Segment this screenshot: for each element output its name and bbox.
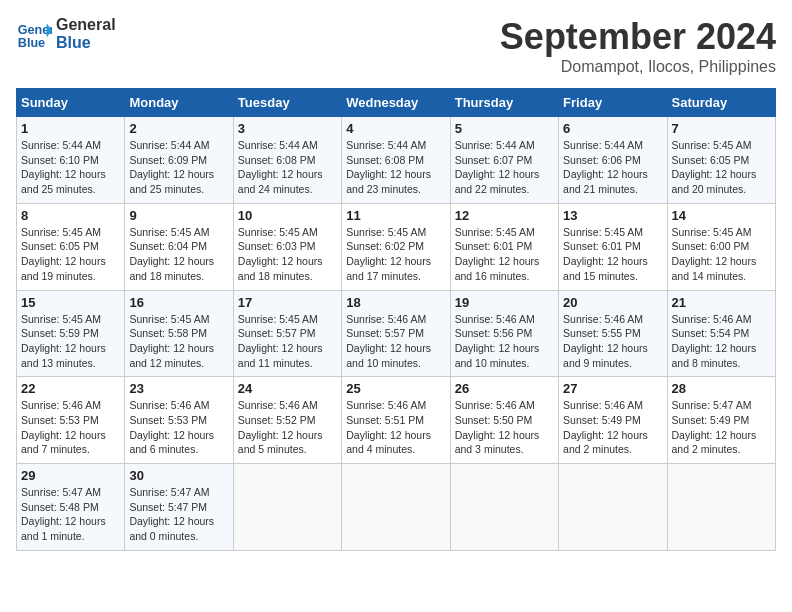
header-tuesday: Tuesday — [233, 89, 341, 117]
header-thursday: Thursday — [450, 89, 558, 117]
day-info: Sunrise: 5:46 AM Sunset: 5:51 PM Dayligh… — [346, 398, 445, 457]
day-number: 15 — [21, 295, 120, 310]
day-info: Sunrise: 5:47 AM Sunset: 5:47 PM Dayligh… — [129, 485, 228, 544]
day-info: Sunrise: 5:44 AM Sunset: 6:09 PM Dayligh… — [129, 138, 228, 197]
header-monday: Monday — [125, 89, 233, 117]
table-row: 26Sunrise: 5:46 AM Sunset: 5:50 PM Dayli… — [450, 377, 558, 464]
table-row: 25Sunrise: 5:46 AM Sunset: 5:51 PM Dayli… — [342, 377, 450, 464]
day-number: 16 — [129, 295, 228, 310]
table-row — [667, 464, 775, 551]
day-number: 20 — [563, 295, 662, 310]
day-number: 13 — [563, 208, 662, 223]
table-row: 14Sunrise: 5:45 AM Sunset: 6:00 PM Dayli… — [667, 203, 775, 290]
day-info: Sunrise: 5:47 AM Sunset: 5:48 PM Dayligh… — [21, 485, 120, 544]
day-number: 21 — [672, 295, 771, 310]
day-number: 9 — [129, 208, 228, 223]
day-info: Sunrise: 5:46 AM Sunset: 5:54 PM Dayligh… — [672, 312, 771, 371]
day-info: Sunrise: 5:44 AM Sunset: 6:08 PM Dayligh… — [238, 138, 337, 197]
day-number: 29 — [21, 468, 120, 483]
day-info: Sunrise: 5:45 AM Sunset: 6:05 PM Dayligh… — [672, 138, 771, 197]
table-row: 29Sunrise: 5:47 AM Sunset: 5:48 PM Dayli… — [17, 464, 125, 551]
week-row-1: 1Sunrise: 5:44 AM Sunset: 6:10 PM Daylig… — [17, 117, 776, 204]
week-row-2: 8Sunrise: 5:45 AM Sunset: 6:05 PM Daylig… — [17, 203, 776, 290]
day-number: 23 — [129, 381, 228, 396]
day-info: Sunrise: 5:45 AM Sunset: 6:01 PM Dayligh… — [455, 225, 554, 284]
logo-icon: General Blue — [16, 16, 52, 52]
table-row: 28Sunrise: 5:47 AM Sunset: 5:49 PM Dayli… — [667, 377, 775, 464]
day-info: Sunrise: 5:46 AM Sunset: 5:50 PM Dayligh… — [455, 398, 554, 457]
week-row-4: 22Sunrise: 5:46 AM Sunset: 5:53 PM Dayli… — [17, 377, 776, 464]
day-info: Sunrise: 5:45 AM Sunset: 6:01 PM Dayligh… — [563, 225, 662, 284]
day-number: 2 — [129, 121, 228, 136]
day-info: Sunrise: 5:46 AM Sunset: 5:49 PM Dayligh… — [563, 398, 662, 457]
title-area: September 2024 Domampot, Ilocos, Philipp… — [500, 16, 776, 76]
table-row: 18Sunrise: 5:46 AM Sunset: 5:57 PM Dayli… — [342, 290, 450, 377]
week-row-5: 29Sunrise: 5:47 AM Sunset: 5:48 PM Dayli… — [17, 464, 776, 551]
day-number: 22 — [21, 381, 120, 396]
logo-text: GeneralBlue — [56, 16, 116, 52]
day-info: Sunrise: 5:46 AM Sunset: 5:57 PM Dayligh… — [346, 312, 445, 371]
table-row — [450, 464, 558, 551]
table-row: 8Sunrise: 5:45 AM Sunset: 6:05 PM Daylig… — [17, 203, 125, 290]
location: Domampot, Ilocos, Philippines — [500, 58, 776, 76]
table-row — [233, 464, 341, 551]
day-info: Sunrise: 5:45 AM Sunset: 6:02 PM Dayligh… — [346, 225, 445, 284]
day-info: Sunrise: 5:44 AM Sunset: 6:07 PM Dayligh… — [455, 138, 554, 197]
table-row: 21Sunrise: 5:46 AM Sunset: 5:54 PM Dayli… — [667, 290, 775, 377]
header: General Blue GeneralBlue September 2024 … — [16, 16, 776, 76]
day-info: Sunrise: 5:44 AM Sunset: 6:10 PM Dayligh… — [21, 138, 120, 197]
header-wednesday: Wednesday — [342, 89, 450, 117]
day-number: 18 — [346, 295, 445, 310]
day-info: Sunrise: 5:45 AM Sunset: 5:59 PM Dayligh… — [21, 312, 120, 371]
table-row: 2Sunrise: 5:44 AM Sunset: 6:09 PM Daylig… — [125, 117, 233, 204]
weekday-header-row: Sunday Monday Tuesday Wednesday Thursday… — [17, 89, 776, 117]
day-info: Sunrise: 5:46 AM Sunset: 5:56 PM Dayligh… — [455, 312, 554, 371]
table-row: 30Sunrise: 5:47 AM Sunset: 5:47 PM Dayli… — [125, 464, 233, 551]
table-row: 1Sunrise: 5:44 AM Sunset: 6:10 PM Daylig… — [17, 117, 125, 204]
table-row: 4Sunrise: 5:44 AM Sunset: 6:08 PM Daylig… — [342, 117, 450, 204]
day-number: 28 — [672, 381, 771, 396]
day-info: Sunrise: 5:45 AM Sunset: 6:00 PM Dayligh… — [672, 225, 771, 284]
day-number: 26 — [455, 381, 554, 396]
day-number: 6 — [563, 121, 662, 136]
header-sunday: Sunday — [17, 89, 125, 117]
month-title: September 2024 — [500, 16, 776, 58]
day-info: Sunrise: 5:44 AM Sunset: 6:06 PM Dayligh… — [563, 138, 662, 197]
day-number: 8 — [21, 208, 120, 223]
calendar-table: Sunday Monday Tuesday Wednesday Thursday… — [16, 88, 776, 551]
table-row: 9Sunrise: 5:45 AM Sunset: 6:04 PM Daylig… — [125, 203, 233, 290]
header-friday: Friday — [559, 89, 667, 117]
day-number: 25 — [346, 381, 445, 396]
day-info: Sunrise: 5:45 AM Sunset: 5:57 PM Dayligh… — [238, 312, 337, 371]
day-number: 14 — [672, 208, 771, 223]
table-row: 16Sunrise: 5:45 AM Sunset: 5:58 PM Dayli… — [125, 290, 233, 377]
table-row: 12Sunrise: 5:45 AM Sunset: 6:01 PM Dayli… — [450, 203, 558, 290]
day-number: 7 — [672, 121, 771, 136]
day-number: 12 — [455, 208, 554, 223]
day-info: Sunrise: 5:44 AM Sunset: 6:08 PM Dayligh… — [346, 138, 445, 197]
table-row: 7Sunrise: 5:45 AM Sunset: 6:05 PM Daylig… — [667, 117, 775, 204]
table-row: 20Sunrise: 5:46 AM Sunset: 5:55 PM Dayli… — [559, 290, 667, 377]
day-info: Sunrise: 5:46 AM Sunset: 5:55 PM Dayligh… — [563, 312, 662, 371]
table-row: 23Sunrise: 5:46 AM Sunset: 5:53 PM Dayli… — [125, 377, 233, 464]
day-info: Sunrise: 5:46 AM Sunset: 5:53 PM Dayligh… — [21, 398, 120, 457]
table-row: 11Sunrise: 5:45 AM Sunset: 6:02 PM Dayli… — [342, 203, 450, 290]
table-row — [559, 464, 667, 551]
day-number: 4 — [346, 121, 445, 136]
table-row: 17Sunrise: 5:45 AM Sunset: 5:57 PM Dayli… — [233, 290, 341, 377]
table-row: 22Sunrise: 5:46 AM Sunset: 5:53 PM Dayli… — [17, 377, 125, 464]
svg-text:Blue: Blue — [18, 36, 45, 50]
day-info: Sunrise: 5:45 AM Sunset: 6:04 PM Dayligh… — [129, 225, 228, 284]
table-row: 13Sunrise: 5:45 AM Sunset: 6:01 PM Dayli… — [559, 203, 667, 290]
day-info: Sunrise: 5:46 AM Sunset: 5:53 PM Dayligh… — [129, 398, 228, 457]
day-number: 1 — [21, 121, 120, 136]
week-row-3: 15Sunrise: 5:45 AM Sunset: 5:59 PM Dayli… — [17, 290, 776, 377]
day-number: 30 — [129, 468, 228, 483]
day-number: 10 — [238, 208, 337, 223]
day-number: 3 — [238, 121, 337, 136]
table-row — [342, 464, 450, 551]
day-info: Sunrise: 5:45 AM Sunset: 5:58 PM Dayligh… — [129, 312, 228, 371]
table-row: 24Sunrise: 5:46 AM Sunset: 5:52 PM Dayli… — [233, 377, 341, 464]
day-number: 11 — [346, 208, 445, 223]
table-row: 27Sunrise: 5:46 AM Sunset: 5:49 PM Dayli… — [559, 377, 667, 464]
